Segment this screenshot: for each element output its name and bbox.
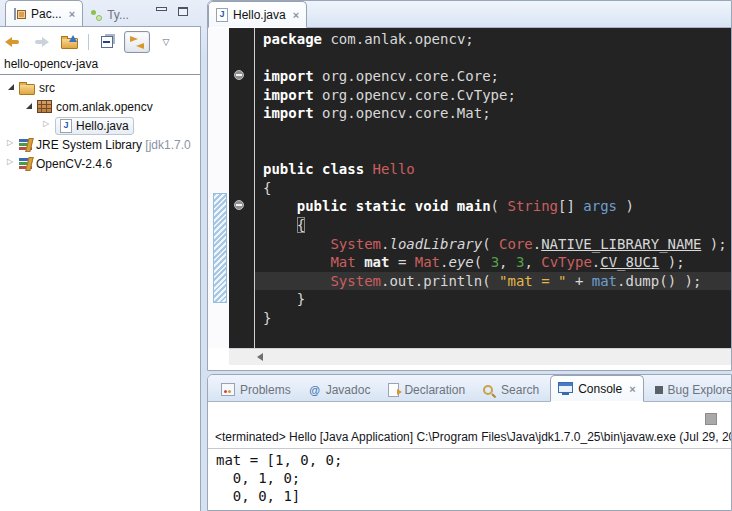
- maximize-button[interactable]: [178, 7, 189, 16]
- code-area[interactable]: package com.anlak.opencv; import org.ope…: [255, 28, 731, 348]
- fold-slot: [229, 160, 254, 179]
- code-line-12[interactable]: System.loadLibrary( Core.NATIVE_LIBRARY_…: [255, 235, 731, 254]
- fold-slot: [229, 123, 254, 142]
- tab-problems[interactable]: Problems: [214, 377, 298, 402]
- code-token: public class: [263, 161, 364, 177]
- code-line-13[interactable]: Mat mat = Mat.eye( 3, 3, CvType.CV_8UC1 …: [255, 253, 731, 272]
- tab-hello-java[interactable]: Hello.java ×: [208, 1, 307, 28]
- code-token: .: [533, 236, 541, 252]
- code-token: ,: [524, 254, 541, 270]
- code-token: mat: [592, 273, 617, 289]
- fold-collapse-button[interactable]: [234, 70, 244, 80]
- code-token: ,: [499, 254, 516, 270]
- tree-item-src[interactable]: src: [0, 78, 200, 97]
- forward-button[interactable]: [29, 32, 53, 52]
- code-token: 3: [491, 254, 499, 270]
- code-line-6[interactable]: [255, 123, 731, 142]
- forward-icon: [33, 36, 49, 48]
- fold-slot: [229, 142, 254, 161]
- collapsed-arrow-icon[interactable]: [6, 139, 17, 150]
- code-token: }: [263, 291, 305, 307]
- search-icon: [483, 384, 496, 396]
- expanded-arrow-icon[interactable]: [24, 101, 35, 112]
- code-token: org.opencv.core.Core;: [314, 68, 499, 84]
- code-token: (: [474, 254, 491, 270]
- console-output[interactable]: mat = [1, 0, 0; 0, 1, 0; 0, 0, 1]: [216, 451, 731, 510]
- code-token: =: [389, 254, 414, 270]
- code-token: [263, 254, 330, 270]
- code-line-10[interactable]: public static void main( String[] args ): [255, 197, 731, 216]
- code-line-3[interactable]: import org.opencv.core.Core;: [255, 67, 731, 86]
- scroll-left-arrow-icon[interactable]: [257, 353, 263, 361]
- code-token: Mat: [415, 254, 440, 270]
- code-line-7[interactable]: [255, 142, 731, 161]
- link-with-editor-button[interactable]: [124, 31, 150, 53]
- code-token: System: [330, 236, 381, 252]
- code-token: []: [558, 198, 583, 214]
- code-line-8[interactable]: public class Hello: [255, 160, 731, 179]
- java-file-icon: [60, 119, 72, 133]
- fold-ruler[interactable]: [229, 28, 254, 348]
- collapse-all-button[interactable]: [96, 32, 120, 52]
- package-explorer-icon: [13, 8, 26, 20]
- close-icon[interactable]: ×: [291, 9, 299, 21]
- fold-slot: [229, 30, 254, 49]
- tree-item-hello-java[interactable]: Hello.java: [0, 116, 200, 135]
- tab-console[interactable]: Console×: [550, 375, 643, 402]
- fold-collapse-button[interactable]: [234, 200, 244, 210]
- tab-label-javadoc: Javadoc: [326, 383, 371, 397]
- terminate-button[interactable]: [705, 413, 717, 425]
- problems-icon: [221, 383, 235, 396]
- code-line-14[interactable]: System.out.println( "mat = " + mat.dump(…: [255, 272, 731, 291]
- tab-package-explorer[interactable]: Pac...×: [5, 0, 83, 27]
- tab-search[interactable]: Search: [476, 377, 546, 402]
- console-body: <terminated> Hello [Java Application] C:…: [208, 402, 731, 510]
- code-line-1[interactable]: package com.anlak.opencv;: [255, 30, 731, 49]
- tree-item-com-anlak-opencv[interactable]: com.anlak.opencv: [0, 97, 200, 116]
- fold-slot: [229, 309, 254, 328]
- code-line-11[interactable]: {: [255, 216, 731, 235]
- folder-icon: [19, 84, 35, 95]
- code-line-4[interactable]: import org.opencv.core.CvType;: [255, 86, 731, 105]
- code-token: String: [507, 198, 558, 214]
- code-line-2[interactable]: [255, 49, 731, 68]
- code-token: +: [566, 273, 591, 289]
- collapsed-arrow-icon[interactable]: [42, 120, 53, 131]
- minimize-button[interactable]: [156, 7, 167, 16]
- tab-javadoc[interactable]: Javadoc: [302, 377, 378, 402]
- package-icon: [37, 100, 52, 113]
- up-button[interactable]: [57, 32, 81, 52]
- close-icon[interactable]: ×: [627, 383, 635, 395]
- tree-item-opencv-246[interactable]: OpenCV-2.4.6: [0, 154, 200, 173]
- tab-type-hierarchy[interactable]: Ty...: [83, 2, 136, 27]
- view-menu-button[interactable]: [154, 32, 178, 52]
- code-line-9[interactable]: {: [255, 179, 731, 198]
- back-button[interactable]: [1, 32, 25, 52]
- horizontal-scrollbar[interactable]: [229, 348, 731, 365]
- code-line-16[interactable]: }: [255, 309, 731, 328]
- collapsed-arrow-icon[interactable]: [6, 158, 17, 169]
- project-root-label[interactable]: hello-opencv-java: [0, 55, 200, 75]
- code-token: );: [659, 254, 684, 270]
- code-token: [263, 236, 330, 252]
- annotation-ruler[interactable]: [208, 28, 229, 348]
- tab-declaration[interactable]: Declaration: [381, 377, 472, 402]
- console-separator: [208, 448, 731, 449]
- up-icon: [61, 38, 78, 49]
- tree-item-jre-system-library[interactable]: JRE System Library [jdk1.7.0: [0, 135, 200, 154]
- close-icon[interactable]: ×: [67, 8, 75, 20]
- fold-slot: [229, 253, 254, 272]
- code-token: "mat = ": [499, 273, 566, 289]
- code-token: import: [263, 68, 314, 84]
- code-token: mat: [364, 254, 389, 270]
- editor-panel: Hello.java × package com.anlak.opencv; i…: [207, 0, 732, 371]
- code-line-5[interactable]: import org.opencv.core.Mat;: [255, 104, 731, 123]
- toolbar-separator: [88, 34, 89, 50]
- code-token: );: [701, 236, 726, 252]
- code-line-15[interactable]: }: [255, 290, 731, 309]
- fold-slot: [229, 235, 254, 254]
- fold-slot: [229, 216, 254, 235]
- tab-bug-explorer[interactable]: Bug Explorer: [648, 377, 732, 402]
- code-token: .out.println(: [381, 273, 499, 289]
- expanded-arrow-icon[interactable]: [6, 82, 17, 93]
